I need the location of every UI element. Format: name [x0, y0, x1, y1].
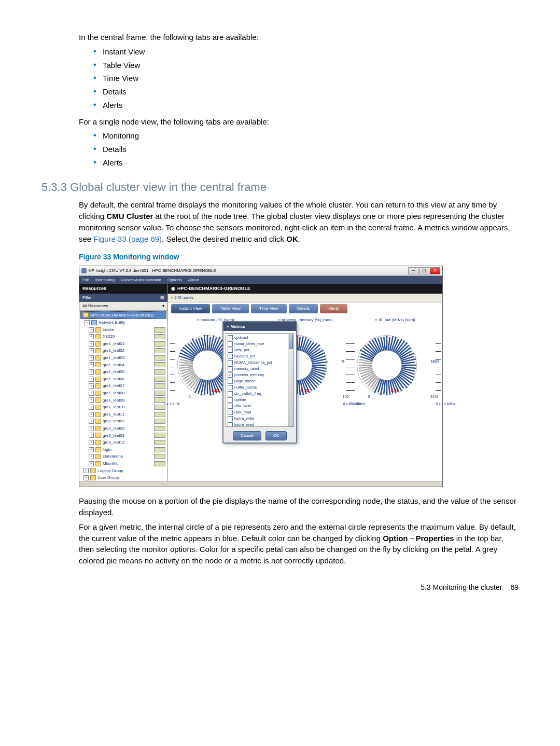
menu-item[interactable]: Cluster Administration: [121, 277, 161, 283]
checkbox[interactable]: [228, 416, 233, 421]
expand-icon[interactable]: +: [83, 475, 89, 480]
tree-root-node[interactable]: HPC-BENCHMARKS-GRENOBLE: [80, 311, 166, 320]
metric-row[interactable]: buffer_cache: [227, 384, 292, 391]
cancel-button[interactable]: Cancel: [233, 431, 261, 440]
checkbox[interactable]: [228, 348, 233, 353]
expand-icon[interactable]: +: [89, 369, 94, 375]
maximize-button[interactable]: ▢: [419, 267, 429, 274]
menu-item[interactable]: Options: [167, 277, 182, 283]
metric-row[interactable]: lustre_read: [227, 422, 292, 427]
all-resources-row[interactable]: All Resources ▾: [79, 302, 167, 311]
menu-item[interactable]: About: [188, 277, 199, 283]
expand-icon[interactable]: +: [89, 348, 94, 353]
expand-icon[interactable]: +: [89, 362, 94, 367]
checkbox[interactable]: [228, 366, 233, 371]
close-button[interactable]: ✕: [430, 267, 440, 274]
expand-icon[interactable]: +: [89, 391, 94, 396]
chevron-down-icon[interactable]: ▾: [162, 303, 164, 309]
tree-item[interactable]: +gre1_leaf02: [80, 347, 166, 354]
checkbox[interactable]: [228, 341, 233, 347]
tab-table-view[interactable]: Table View: [212, 304, 249, 313]
checkbox[interactable]: [228, 404, 233, 409]
menu-item[interactable]: File: [82, 277, 89, 283]
figure-33-link[interactable]: Figure 33 (page 69): [93, 234, 162, 243]
tree-item[interactable]: +gre1_leaf05: [80, 368, 166, 376]
metric-row[interactable]: disk_write: [227, 403, 292, 409]
tree-item[interactable]: +login: [80, 446, 166, 453]
expand-icon[interactable]: +: [89, 334, 94, 339]
metrics-list[interactable]: ✓cpuloadnuma_other_ratedirty_pctblocked_…: [226, 333, 294, 427]
tree-item[interactable]: +MlxmNk: [80, 460, 166, 467]
checkbox[interactable]: ✓: [228, 335, 233, 340]
expand-icon[interactable]: +: [89, 377, 94, 382]
expand-icon[interactable]: +: [89, 433, 94, 438]
tab-details[interactable]: Details: [289, 304, 318, 313]
metric-row[interactable]: blocked_pct: [227, 353, 292, 360]
metric-row[interactable]: page_cache: [227, 378, 292, 384]
checkbox[interactable]: ✓: [228, 372, 233, 378]
checkbox[interactable]: [228, 385, 233, 390]
tree-item[interactable]: +Logical Group: [80, 467, 166, 475]
tree-item[interactable]: +gre1_leaf06: [80, 376, 166, 383]
expand-icon[interactable]: +: [89, 397, 94, 403]
tree-item[interactable]: +Lustre: [80, 326, 166, 334]
scrollbar[interactable]: [288, 334, 293, 426]
metric-row[interactable]: uptime: [227, 397, 292, 403]
tree-item[interactable]: +gre2_leaf01: [80, 418, 166, 425]
metric-row[interactable]: ✓process_memory: [227, 372, 292, 378]
tab-instant-view[interactable]: Instant View: [171, 304, 210, 313]
chart-ib-out[interactable]: ›‹ IB_out (MB/s) [sum]0 x 10 MB/s0 x 10 …: [352, 317, 438, 479]
metric-row[interactable]: ctx_switch_freq: [227, 391, 292, 397]
menu-item[interactable]: Monitoring: [95, 277, 115, 283]
expand-icon[interactable]: +: [89, 355, 94, 361]
metric-row[interactable]: memory_used: [227, 366, 292, 372]
tree-item[interactable]: +User Group: [80, 474, 166, 481]
expand-icon[interactable]: +: [89, 405, 94, 410]
expand-icon[interactable]: +: [89, 327, 94, 333]
expand-icon[interactable]: +: [83, 468, 89, 473]
expand-icon[interactable]: +: [89, 440, 94, 445]
refresh-icon[interactable]: ◉: [171, 285, 175, 292]
filter-row[interactable]: Filter ▦: [79, 294, 167, 302]
tree-item[interactable]: +gre1_leaf09: [80, 397, 166, 404]
expand-icon[interactable]: +: [89, 447, 94, 452]
expand-icon[interactable]: +: [89, 412, 94, 417]
metric-row[interactable]: dirty_pct: [227, 347, 292, 353]
checkbox[interactable]: [228, 422, 233, 427]
metric-row[interactable]: lustre_write: [227, 416, 292, 422]
checkbox[interactable]: [228, 354, 233, 359]
tree-item[interactable]: +gre1_leaf11: [80, 411, 166, 418]
scrollbar-thumb[interactable]: [289, 335, 293, 349]
expand-icon[interactable]: +: [89, 383, 94, 389]
checkbox[interactable]: [228, 379, 233, 384]
tab-time-view[interactable]: Time View: [251, 304, 287, 313]
metric-row[interactable]: ✓cpuload: [227, 335, 292, 341]
checkbox[interactable]: [228, 410, 233, 415]
tree-item[interactable]: +gre1_leaf01: [80, 340, 166, 348]
checkbox[interactable]: [228, 360, 233, 365]
metric-row[interactable]: NUMA_inbalance_pct: [227, 360, 292, 366]
tree-item[interactable]: +gre2_leaf02: [80, 425, 166, 432]
checkbox[interactable]: [228, 391, 233, 396]
minimize-button[interactable]: ─: [408, 267, 418, 274]
expand-icon[interactable]: +: [89, 341, 94, 347]
expand-icon[interactable]: +: [89, 461, 94, 466]
tree-item[interactable]: +standalone: [80, 453, 166, 460]
tree-item[interactable]: +gre1_leaf08: [80, 390, 166, 397]
metric-row[interactable]: numa_other_rate: [227, 341, 292, 347]
metric-row[interactable]: disk_read: [227, 409, 292, 416]
checkbox[interactable]: [228, 397, 233, 403]
tree-item[interactable]: +gre3_leaf12: [80, 439, 166, 446]
tree-item[interactable]: +gre1_leaf07: [80, 382, 166, 390]
tree-item[interactable]: +X9320: [80, 333, 166, 340]
tree-network-entity[interactable]: − Network Entity: [80, 319, 166, 326]
tree-item[interactable]: +gre1_leaf04: [80, 362, 166, 369]
filter-expand-icon[interactable]: ▦: [160, 295, 164, 301]
tab-alerts[interactable]: Alerts: [320, 304, 347, 313]
ok-button[interactable]: OK: [265, 431, 287, 440]
expand-icon[interactable]: +: [89, 426, 94, 431]
collapse-icon[interactable]: −: [85, 320, 90, 325]
tree-item[interactable]: +gre1_leaf10: [80, 404, 166, 411]
tree-item[interactable]: +gre2_leaf03: [80, 432, 166, 439]
tree-item[interactable]: +gre1_leaf03: [80, 354, 166, 362]
